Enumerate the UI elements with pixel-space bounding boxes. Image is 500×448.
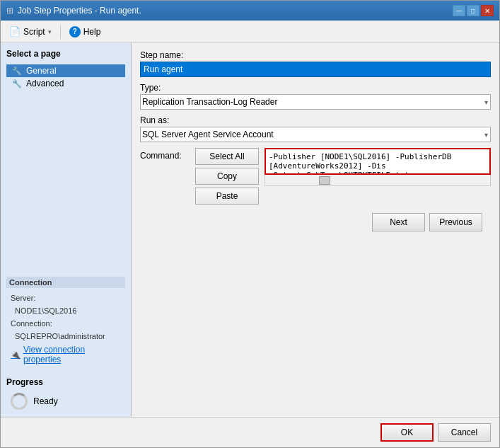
toolbar: 📄 Script ▾ ? Help: [1, 21, 499, 43]
connection-section: Connection Server: NODE1\SQL2016 Connect…: [6, 277, 125, 366]
help-label: Help: [83, 27, 101, 37]
window-icon: ⊞: [6, 6, 13, 16]
run-as-select-wrapper: SQL Server Agent Service Account: [140, 127, 491, 142]
connection-value: SQLREPRO\administrator: [6, 331, 125, 342]
command-text-container: -Publisher [NODE1\SQL2016] -PublisherDB …: [264, 148, 491, 186]
type-group: Type: Replication Transaction-Log Reader: [140, 83, 491, 110]
connection-label: Connection:: [6, 318, 125, 329]
progress-status: Ready: [33, 396, 58, 406]
right-panel: Step name: Type: Replication Transaction…: [132, 43, 499, 417]
close-button[interactable]: ✕: [481, 5, 494, 16]
main-content: Select a page General Advanced Connectio…: [1, 43, 499, 417]
sidebar-item-general[interactable]: General: [6, 64, 125, 77]
select-page-label: Select a page: [6, 49, 125, 59]
cancel-button[interactable]: Cancel: [438, 423, 491, 442]
run-as-select[interactable]: SQL Server Agent Service Account: [140, 127, 491, 142]
command-buttons: Select All Copy Paste: [195, 148, 259, 205]
help-button[interactable]: ? Help: [66, 25, 104, 39]
title-bar-left: ⊞ Job Step Properties - Run agent.: [6, 6, 141, 16]
general-icon: [12, 66, 22, 76]
footer-buttons: OK Cancel: [1, 417, 499, 447]
sidebar-item-advanced[interactable]: Advanced: [6, 77, 125, 90]
previous-button[interactable]: Previous: [429, 213, 482, 231]
nav-buttons: Next Previous: [140, 210, 491, 231]
run-as-label: Run as:: [140, 115, 491, 125]
advanced-icon: [12, 79, 22, 88]
scrollbar-thumb: [319, 176, 330, 185]
step-name-input[interactable]: [140, 62, 491, 77]
server-label: Server:: [6, 292, 125, 304]
server-value: NODE1\SQL2016: [6, 305, 125, 316]
horizontal-scrollbar[interactable]: [264, 175, 491, 186]
progress-spinner: [11, 393, 28, 410]
ok-button[interactable]: OK: [380, 423, 434, 442]
type-select-wrapper: Replication Transaction-Log Reader: [140, 94, 491, 110]
step-name-group: Step name:: [140, 50, 491, 77]
command-row: Command: Select All Copy Paste -Publishe…: [140, 148, 491, 205]
title-bar-controls: ─ □ ✕: [453, 5, 494, 16]
paste-button[interactable]: Paste: [195, 188, 259, 205]
run-as-group: Run as: SQL Server Agent Service Account: [140, 115, 491, 142]
sidebar-general-label: General: [26, 66, 57, 76]
sidebar: Select a page General Advanced Connectio…: [1, 43, 132, 417]
connection-title: Connection: [6, 277, 125, 288]
script-button[interactable]: 📄 Script ▾: [6, 25, 54, 38]
view-connection-link[interactable]: 🔌 View connection properties: [6, 343, 125, 366]
main-window: ⊞ Job Step Properties - Run agent. ─ □ ✕…: [0, 0, 500, 448]
script-chevron: ▾: [48, 28, 52, 35]
command-label: Command:: [140, 148, 190, 161]
type-select[interactable]: Replication Transaction-Log Reader: [140, 94, 491, 110]
toolbar-separator: [60, 25, 61, 39]
title-bar: ⊞ Job Step Properties - Run agent. ─ □ ✕: [1, 1, 499, 21]
sidebar-advanced-label: Advanced: [26, 79, 64, 88]
view-link-label: View connection properties: [23, 345, 121, 364]
copy-button[interactable]: Copy: [195, 168, 259, 185]
script-label: Script: [23, 27, 45, 37]
next-button[interactable]: Next: [372, 213, 425, 231]
progress-title: Progress: [6, 377, 125, 387]
help-icon: ?: [69, 26, 81, 38]
window-title: Job Step Properties - Run agent.: [18, 6, 141, 16]
type-label: Type:: [140, 83, 491, 93]
command-textarea[interactable]: -Publisher [NODE1\SQL2016] -PublisherDB …: [264, 148, 491, 175]
step-name-label: Step name:: [140, 50, 491, 60]
maximize-button[interactable]: □: [467, 5, 479, 16]
progress-row: Ready: [6, 391, 125, 411]
script-icon: 📄: [9, 26, 21, 37]
progress-section: Progress Ready: [6, 377, 125, 411]
minimize-button[interactable]: ─: [453, 5, 465, 16]
select-all-button[interactable]: Select All: [195, 148, 259, 165]
sidebar-spacer: [6, 90, 125, 265]
plug-icon: 🔌: [11, 350, 21, 360]
